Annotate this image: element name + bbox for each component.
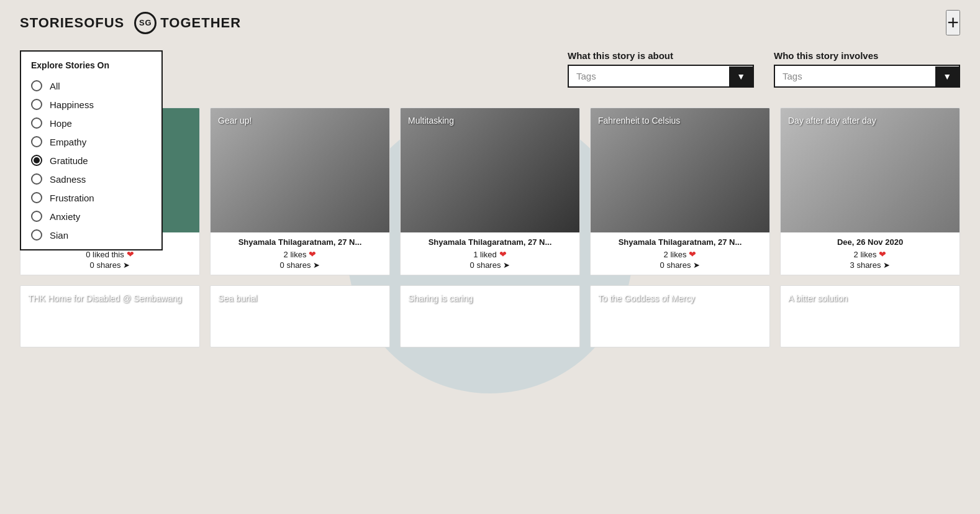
story-likes-row-3: 2 likes ❤ bbox=[664, 249, 697, 259]
story-shares-row-3: 0 shares ➤ bbox=[660, 260, 701, 270]
share-icon-2: ➤ bbox=[503, 260, 510, 270]
shares-count-4: 3 shares bbox=[850, 260, 881, 270]
stories-grid-row2: THK Home for Disabled @ SembawangSea bur… bbox=[20, 285, 960, 347]
dropdown-item-frustration[interactable]: Frustration bbox=[21, 188, 161, 207]
story-card-row2-1[interactable]: Sea burial bbox=[210, 285, 390, 347]
story-shares-row-1: 0 shares ➤ bbox=[280, 260, 320, 270]
who-select-value: Tags bbox=[775, 66, 935, 86]
share-icon-0: ➤ bbox=[123, 260, 130, 270]
emotion-filter-group: Explore Stories On Emotion ▲ Explore Sto… bbox=[20, 50, 157, 88]
header: STORIESOFUS SG TOGETHER + bbox=[0, 0, 980, 45]
radio-circle-happiness bbox=[31, 99, 42, 110]
story-card-info-1: Shyamala Thilagaratnam, 27 N...2 likes ❤… bbox=[211, 232, 389, 275]
shares-count-0: 0 shares bbox=[90, 260, 121, 270]
dropdown-item-gratitude[interactable]: Gratitude bbox=[21, 151, 161, 170]
shares-count-3: 0 shares bbox=[660, 260, 691, 270]
story-image-label-4: Day after day after day bbox=[788, 116, 876, 126]
shares-count-2: 0 shares bbox=[470, 260, 501, 270]
story-card-row2-2[interactable]: Sharing is caring bbox=[400, 285, 580, 347]
story-card-image-1: Gear up! bbox=[211, 108, 389, 232]
who-select[interactable]: Tags ▼ bbox=[774, 65, 960, 88]
dropdown-item-empathy[interactable]: Empathy bbox=[21, 132, 161, 151]
story-row2-label-0: THK Home for Disabled @ Sembawang bbox=[28, 293, 182, 303]
story-stats-4: 2 likes ❤3 shares ➤ bbox=[787, 249, 953, 270]
story-card-info-3: Shyamala Thilagaratnam, 27 N...2 likes ❤… bbox=[591, 232, 769, 275]
radio-circle-gratitude bbox=[31, 155, 42, 166]
what-select[interactable]: Tags ▼ bbox=[568, 65, 754, 88]
radio-circle-empathy bbox=[31, 136, 42, 147]
dropdown-item-hope[interactable]: Hope bbox=[21, 114, 161, 132]
story-stats-2: 1 liked ❤0 shares ➤ bbox=[407, 249, 573, 270]
filters-row: Explore Stories On Emotion ▲ Explore Sto… bbox=[0, 45, 980, 98]
radio-circle-all bbox=[31, 80, 42, 91]
shares-count-1: 0 shares bbox=[280, 260, 311, 270]
radio-label-all: All bbox=[50, 81, 60, 91]
likes-count-4: 2 likes bbox=[854, 250, 877, 259]
add-button[interactable]: + bbox=[946, 10, 960, 35]
story-card-row2-0[interactable]: THK Home for Disabled @ Sembawang bbox=[20, 285, 200, 347]
story-stats-3: 2 likes ❤0 shares ➤ bbox=[597, 249, 763, 270]
radio-options-list: AllHappinessHopeEmpathyGratitudeSadnessF… bbox=[21, 76, 161, 244]
dropdown-item-happiness[interactable]: Happiness bbox=[21, 95, 161, 114]
story-stats-0: 0 liked this ❤0 shares ➤ bbox=[27, 249, 193, 270]
share-icon-3: ➤ bbox=[693, 260, 700, 270]
story-card-3[interactable]: Fahrenheit to CelsiusShyamala Thilagarat… bbox=[590, 108, 770, 275]
story-shares-row-2: 0 shares ➤ bbox=[470, 260, 510, 270]
what-select-arrow-icon: ▼ bbox=[729, 67, 753, 86]
story-card-row2-3[interactable]: To the Goddess of Mercy bbox=[590, 285, 770, 347]
story-image-label-1: Gear up! bbox=[218, 116, 252, 126]
story-card-info-4: Dee, 26 Nov 20202 likes ❤3 shares ➤ bbox=[781, 232, 960, 275]
story-shares-row-4: 3 shares ➤ bbox=[850, 260, 891, 270]
radio-circle-anxiety bbox=[31, 211, 42, 222]
radio-label-anxiety: Anxiety bbox=[50, 211, 80, 222]
story-author-2: Shyamala Thilagaratnam, 27 N... bbox=[407, 237, 573, 247]
dropdown-header: Explore Stories On bbox=[21, 57, 161, 76]
story-row2-label-2: Sharing is caring bbox=[408, 293, 473, 303]
story-likes-row-4: 2 likes ❤ bbox=[854, 249, 887, 259]
heart-icon-3: ❤ bbox=[689, 249, 696, 259]
heart-icon-2: ❤ bbox=[499, 249, 507, 259]
radio-label-gratitude: Gratitude bbox=[50, 155, 88, 166]
emotion-dropdown-menu: Explore Stories On AllHappinessHopeEmpat… bbox=[20, 50, 163, 250]
story-card-image-2: Multitasking bbox=[401, 108, 579, 232]
story-card-2[interactable]: MultitaskingShyamala Thilagaratnam, 27 N… bbox=[400, 108, 580, 275]
radio-label-happiness: Happiness bbox=[50, 99, 94, 110]
heart-icon-4: ❤ bbox=[879, 249, 886, 259]
likes-count-0: 0 liked this bbox=[86, 250, 124, 259]
story-likes-row-1: 2 likes ❤ bbox=[284, 249, 317, 259]
story-image-label-2: Multitasking bbox=[408, 116, 454, 126]
story-card-image-3: Fahrenheit to Celsius bbox=[591, 108, 769, 232]
likes-count-3: 2 likes bbox=[664, 250, 687, 259]
share-icon-1: ➤ bbox=[313, 260, 320, 270]
logo-stories: STORIESOFUS bbox=[20, 15, 124, 31]
story-likes-row-2: 1 liked ❤ bbox=[473, 249, 507, 259]
story-shares-row-0: 0 shares ➤ bbox=[90, 260, 130, 270]
story-author-4: Dee, 26 Nov 2020 bbox=[787, 237, 953, 247]
radio-label-sadness: Sadness bbox=[50, 174, 86, 185]
dropdown-item-sadness[interactable]: Sadness bbox=[21, 170, 161, 188]
right-filters: What this story is about Tags ▼ Who this… bbox=[568, 50, 960, 88]
dropdown-item-all[interactable]: All bbox=[21, 76, 161, 95]
share-icon-4: ➤ bbox=[883, 260, 890, 270]
story-row2-label-4: A bitter solution bbox=[788, 293, 848, 303]
story-stats-1: 2 likes ❤0 shares ➤ bbox=[217, 249, 383, 270]
story-image-label-3: Fahrenheit to Celsius bbox=[598, 116, 680, 126]
story-card-row2-4[interactable]: A bitter solution bbox=[780, 285, 960, 347]
what-label: What this story is about bbox=[568, 50, 754, 61]
who-filter-group: Who this story involves Tags ▼ bbox=[774, 50, 960, 88]
dropdown-item-sian[interactable]: Sian bbox=[21, 226, 161, 244]
story-card-1[interactable]: Gear up!Shyamala Thilagaratnam, 27 N...2… bbox=[210, 108, 390, 275]
story-likes-row-0: 0 liked this ❤ bbox=[86, 249, 134, 259]
radio-circle-sian bbox=[31, 229, 42, 241]
radio-label-frustration: Frustration bbox=[50, 193, 94, 203]
radio-label-empathy: Empathy bbox=[50, 137, 86, 147]
radio-circle-sadness bbox=[31, 173, 42, 185]
heart-icon-1: ❤ bbox=[309, 249, 316, 259]
story-author-3: Shyamala Thilagaratnam, 27 N... bbox=[597, 237, 763, 247]
radio-label-sian: Sian bbox=[50, 230, 68, 241]
story-card-image-4: Day after day after day bbox=[781, 108, 960, 232]
dropdown-item-anxiety[interactable]: Anxiety bbox=[21, 207, 161, 226]
story-card-4[interactable]: Day after day after dayDee, 26 Nov 20202… bbox=[780, 108, 960, 275]
radio-circle-frustration bbox=[31, 192, 42, 203]
radio-circle-hope bbox=[31, 117, 42, 129]
